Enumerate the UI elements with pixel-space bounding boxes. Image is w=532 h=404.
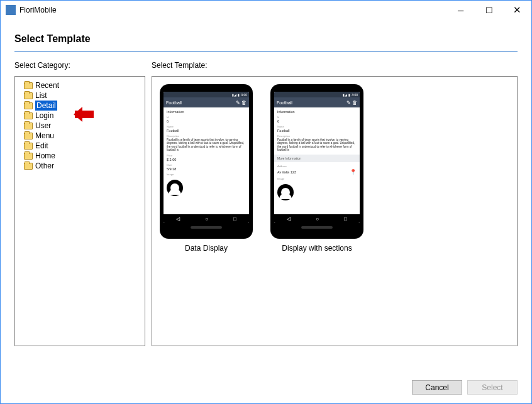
- folder-icon: [24, 163, 33, 170]
- dialog-footer: Cancel Select: [412, 380, 518, 395]
- category-label: Select Category:: [14, 61, 152, 70]
- template-item-data-display[interactable]: ▮◢▮3:00 Football✎🗑 Information Id 6 Name…: [160, 84, 253, 253]
- folder-icon: [24, 92, 33, 99]
- minimize-button[interactable]: ─: [446, 1, 475, 19]
- window-title: FioriMobile: [19, 6, 446, 14]
- phone-preview: ▮◢▮3:00 Football✎🗑 Information Id 6 Name…: [160, 84, 253, 239]
- app-icon: [6, 5, 16, 15]
- cancel-button[interactable]: Cancel: [412, 380, 462, 395]
- phone-preview: ▮◢▮3:00 Football✎🗑 Information Id 6 Name…: [270, 84, 363, 239]
- nav-back-icon: ◁: [287, 216, 291, 222]
- category-item-home[interactable]: Home: [18, 151, 142, 161]
- page-heading: Select Template: [14, 33, 518, 45]
- maximize-button[interactable]: ☐: [475, 1, 503, 19]
- avatar-icon: [277, 184, 294, 200]
- category-item-edit[interactable]: Edit: [18, 141, 142, 151]
- folder-icon: [24, 123, 33, 129]
- template-panel: ▮◢▮3:00 Football✎🗑 Information Id 6 Name…: [152, 76, 518, 346]
- template-label: Select Template:: [152, 61, 518, 70]
- titlebar: FioriMobile ─ ☐ ✕: [1, 1, 531, 19]
- folder-icon: [24, 102, 33, 109]
- nav-recent-icon: □: [233, 216, 236, 222]
- folder-icon: [24, 143, 33, 150]
- close-button[interactable]: ✕: [503, 1, 531, 19]
- folder-icon: [24, 82, 33, 89]
- divider: [14, 51, 518, 52]
- annotation-arrow: [75, 111, 94, 118]
- category-item-recent[interactable]: Recent: [18, 80, 142, 90]
- folder-icon: [24, 112, 33, 119]
- map-pin-icon: 📍: [350, 169, 357, 175]
- nav-home-icon: ○: [316, 216, 319, 222]
- folder-icon: [24, 133, 33, 139]
- avatar-icon: [167, 180, 183, 196]
- category-item-menu[interactable]: Menu: [18, 131, 142, 141]
- delete-icon: 🗑: [352, 100, 357, 106]
- folder-icon: [24, 153, 33, 160]
- category-item-other[interactable]: Other: [18, 161, 142, 171]
- delete-icon: 🗑: [241, 100, 247, 106]
- template-label: Data Display: [185, 244, 228, 253]
- edit-icon: ✎: [235, 100, 241, 106]
- nav-recent-icon: □: [344, 216, 347, 222]
- select-button[interactable]: Select: [467, 380, 518, 395]
- template-label: Display with sections: [282, 244, 352, 253]
- nav-back-icon: ◁: [176, 216, 180, 222]
- edit-icon: ✎: [346, 100, 352, 106]
- category-item-list[interactable]: List: [18, 90, 142, 101]
- template-item-display-with-sections[interactable]: ▮◢▮3:00 Football✎🗑 Information Id 6 Name…: [270, 84, 363, 253]
- nav-home-icon: ○: [205, 216, 208, 222]
- category-item-user[interactable]: User: [18, 121, 142, 131]
